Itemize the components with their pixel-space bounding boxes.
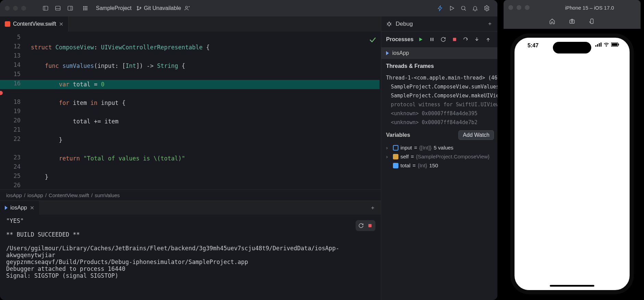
tab-contentview[interactable]: ContentView.swift ✕ bbox=[0, 16, 69, 32]
crumb-0[interactable]: iosApp bbox=[6, 192, 22, 198]
grid-icon[interactable] bbox=[79, 2, 91, 14]
console-rerun-icon[interactable] bbox=[358, 222, 364, 229]
status-right bbox=[595, 43, 619, 47]
debug-resume-icon[interactable] bbox=[416, 35, 425, 44]
build-lightning-icon[interactable] bbox=[434, 2, 446, 14]
wifi-icon bbox=[604, 43, 609, 47]
code-lines[interactable]: struct ComposeView: UIViewControllerRepr… bbox=[24, 32, 381, 190]
thread-row[interactable]: Thread-1-<com.apple.main-thread> (462171… bbox=[381, 73, 497, 82]
svg-marker-21 bbox=[450, 6, 454, 10]
tab-close-icon[interactable]: ✕ bbox=[59, 21, 63, 27]
svg-rect-0 bbox=[43, 6, 48, 10]
svg-rect-35 bbox=[432, 38, 433, 41]
svg-point-40 bbox=[571, 21, 573, 23]
step-over-icon[interactable] bbox=[461, 35, 470, 44]
screenshot-icon[interactable] bbox=[569, 18, 575, 26]
svg-point-10 bbox=[85, 8, 86, 9]
chevron-right-icon[interactable]: › bbox=[386, 154, 391, 160]
var-row-input[interactable]: › input = {[Int]} 5 values bbox=[381, 143, 497, 152]
svg-marker-33 bbox=[419, 38, 422, 41]
debug-panel: Debug ＋ Processes iosApp Threads & Frame… bbox=[381, 16, 497, 300]
search-icon[interactable] bbox=[458, 2, 469, 14]
svg-point-22 bbox=[461, 6, 465, 10]
sim-toolbar bbox=[504, 15, 641, 29]
int-badge-icon bbox=[393, 163, 398, 168]
sim-close-dot[interactable] bbox=[508, 5, 513, 10]
svg-rect-48 bbox=[612, 43, 618, 46]
svg-point-11 bbox=[86, 8, 87, 9]
breakpoint-dot[interactable] bbox=[0, 91, 3, 95]
home-indicator[interactable] bbox=[550, 285, 594, 287]
zoom-dot[interactable] bbox=[21, 6, 26, 11]
console-add-tab[interactable]: ＋ bbox=[364, 204, 381, 212]
swift-icon bbox=[5, 21, 10, 27]
sim-body: 5:47 bbox=[504, 29, 641, 300]
gear-icon[interactable] bbox=[481, 2, 493, 14]
run-icon[interactable] bbox=[446, 2, 458, 14]
svg-point-24 bbox=[486, 8, 488, 9]
svg-point-14 bbox=[86, 9, 87, 10]
svg-rect-34 bbox=[430, 38, 431, 41]
status-clock: 5:47 bbox=[528, 43, 538, 49]
console-tab-iosapp[interactable]: iosApp ✕ bbox=[0, 201, 39, 215]
frame-row[interactable]: <unknown> 0x00007ff84a4de395 bbox=[381, 109, 497, 118]
svg-point-46 bbox=[606, 46, 607, 46]
console-body[interactable]: "YES" ** BUILD SUCCEEDED ** /Users/ggilm… bbox=[0, 215, 381, 300]
debug-stop-icon[interactable] bbox=[450, 35, 459, 44]
debug-restart-icon[interactable] bbox=[439, 35, 447, 44]
svg-line-28 bbox=[387, 23, 388, 24]
crumb-3[interactable]: sumValues bbox=[95, 192, 120, 198]
debug-add-icon[interactable]: ＋ bbox=[487, 20, 493, 27]
svg-line-23 bbox=[465, 9, 466, 11]
step-into-icon[interactable] bbox=[473, 35, 481, 44]
console-panel: iosApp ✕ ＋ "YES" ** BUILD SUCCEEDED ** /… bbox=[0, 201, 381, 300]
panel-right-icon[interactable] bbox=[64, 2, 76, 14]
var-row-self[interactable]: › self = {SampleProject.ComposeView} bbox=[381, 152, 497, 161]
struct-badge-icon bbox=[393, 154, 398, 159]
debug-pause-icon[interactable] bbox=[428, 35, 436, 44]
panel-left-icon[interactable] bbox=[40, 2, 51, 14]
threads-label: Threads & Frames bbox=[381, 59, 497, 73]
svg-rect-42 bbox=[595, 45, 596, 47]
close-dot[interactable] bbox=[5, 6, 10, 11]
sim-title: iPhone 15 – iOS 17.0 bbox=[543, 5, 636, 11]
var-row-total[interactable]: total = {Int} 150 bbox=[381, 161, 497, 170]
bell-icon[interactable] bbox=[469, 2, 481, 14]
code-editor[interactable]: 51213141516181920212223242526 struct Com… bbox=[0, 32, 381, 190]
console-line: /Users/ggilmour/Library/Caches/JetBrains… bbox=[6, 245, 375, 259]
phone-frame[interactable]: 5:47 bbox=[510, 34, 634, 294]
frame-row[interactable]: SampleProject.ComposeView.sumValues bbox=[381, 82, 497, 91]
svg-rect-25 bbox=[368, 224, 371, 227]
add-watch-button[interactable]: Add Watch bbox=[458, 130, 494, 140]
gutter[interactable]: 51213141516181920212223242526 bbox=[0, 32, 24, 190]
svg-point-18 bbox=[185, 6, 187, 8]
tab-filename: ContentView.swift bbox=[13, 21, 56, 27]
sim-minimize-dot[interactable] bbox=[517, 5, 521, 10]
debug-title: Debug bbox=[396, 21, 413, 27]
add-user-icon[interactable] bbox=[181, 2, 193, 14]
svg-rect-45 bbox=[600, 43, 602, 47]
svg-point-8 bbox=[86, 6, 87, 7]
project-name[interactable]: SampleProject bbox=[91, 5, 136, 11]
breadcrumb[interactable]: iosApp/ iosApp/ ContentView.swift/ sumVa… bbox=[0, 190, 381, 201]
panel-bottom-icon[interactable] bbox=[52, 2, 64, 14]
home-icon[interactable] bbox=[549, 18, 555, 26]
frame-row[interactable]: SampleProject.ComposeView.makeUIVie bbox=[381, 91, 497, 100]
processes-label: Processes bbox=[386, 36, 413, 43]
crumb-1[interactable]: iosApp bbox=[27, 192, 43, 198]
step-out-icon[interactable] bbox=[484, 35, 493, 44]
console-line: Debugger attached to process 16440 bbox=[6, 265, 375, 272]
frame-row[interactable]: <unknown> 0x00007ff84a4de7b2 bbox=[381, 118, 497, 127]
minimize-dot[interactable] bbox=[13, 6, 18, 11]
rotate-icon[interactable] bbox=[589, 18, 595, 26]
frame-row[interactable]: protocol witness for SwiftUI.UIViewCont bbox=[381, 100, 497, 109]
crumb-2[interactable]: ContentView.swift bbox=[49, 192, 89, 198]
process-item[interactable]: iosApp bbox=[381, 47, 497, 59]
console-tab-close-icon[interactable]: ✕ bbox=[30, 205, 34, 211]
sim-zoom-dot[interactable] bbox=[525, 5, 530, 10]
git-status[interactable]: Git Unavailable bbox=[136, 5, 181, 11]
console-stop-icon[interactable] bbox=[367, 222, 373, 229]
chevron-right-icon[interactable]: › bbox=[386, 145, 391, 151]
console-tab-label: iosApp bbox=[10, 205, 27, 211]
svg-point-13 bbox=[85, 9, 86, 10]
